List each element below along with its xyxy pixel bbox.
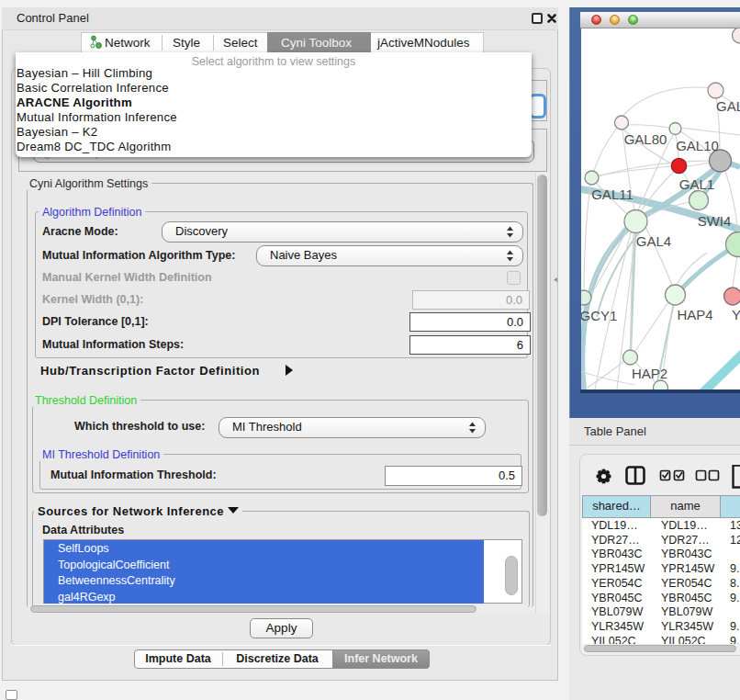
svg-text:HAP2: HAP2	[632, 366, 667, 381]
svg-text:SWI4: SWI4	[698, 213, 732, 229]
svg-text:HAP4: HAP4	[677, 307, 712, 322]
svg-text:GAL80: GAL80	[624, 131, 667, 147]
svg-text:GAL11: GAL11	[591, 186, 633, 202]
svg-text:GAL4: GAL4	[636, 233, 671, 249]
svg-text:GAL10: GAL10	[676, 138, 719, 153]
svg-text:GAL2: GAL2	[716, 98, 740, 114]
svg-text:GAL1: GAL1	[679, 176, 714, 192]
svg-text:YM: YM	[732, 307, 740, 322]
svg-text:GCY1: GCY1	[581, 308, 617, 323]
